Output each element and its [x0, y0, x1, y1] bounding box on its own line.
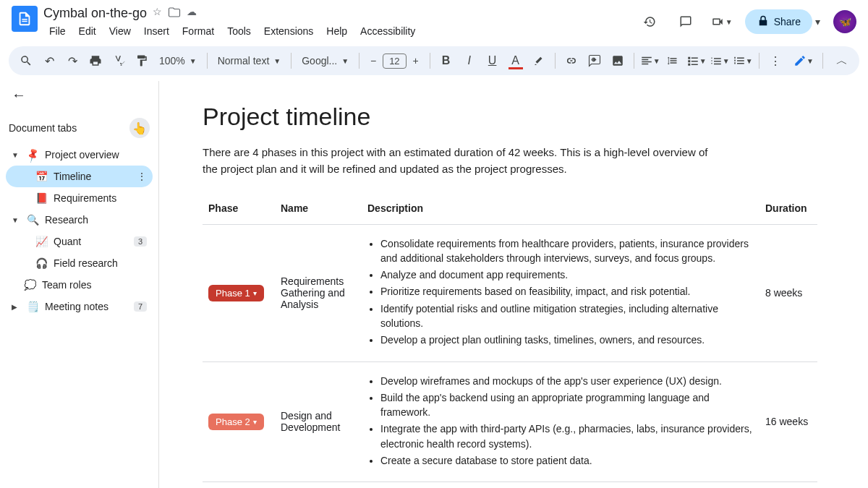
font-size-control: − 12 +: [365, 53, 423, 69]
magnifier-icon: 🔍: [26, 214, 39, 226]
phase-chip[interactable]: Phase 1 ▾: [208, 285, 264, 301]
share-dropdown[interactable]: ▾: [812, 16, 823, 27]
sidebar-item-project-overview[interactable]: ▼📌 Project overview: [6, 144, 153, 166]
row-description[interactable]: Develop wireframes and mockups of the ap…: [362, 361, 760, 482]
sidebar-header: Document tabs: [9, 122, 77, 134]
notes-icon: 🗒️: [26, 301, 39, 312]
bullet-list-icon[interactable]: ▼: [710, 51, 730, 71]
docs-logo[interactable]: [12, 6, 38, 32]
calendar-icon: 📅: [35, 171, 48, 182]
row-duration[interactable]: 16 weeks: [760, 361, 817, 482]
collapse-toolbar-icon[interactable]: ︿: [832, 51, 852, 71]
row-name[interactable]: Design and Development: [275, 361, 362, 482]
print-icon[interactable]: [85, 51, 106, 71]
document-canvas[interactable]: Project timeline There are 4 phases in t…: [159, 81, 868, 488]
bold-icon[interactable]: B: [436, 51, 456, 71]
phase-chip[interactable]: Phase 2 ▾: [208, 414, 264, 430]
font-size-decrease[interactable]: −: [365, 53, 381, 69]
star-icon[interactable]: ☆: [153, 6, 162, 21]
paint-format-icon[interactable]: [132, 51, 152, 71]
comments-icon[interactable]: [673, 9, 699, 35]
page-title[interactable]: Project timeline: [203, 103, 817, 131]
sidebar-item-field-research[interactable]: 🎧 Field research: [6, 252, 153, 274]
sidebar-item-timeline[interactable]: 📅 Timeline ⋮: [6, 166, 153, 187]
table-row[interactable]: Phase 2 ▾ Design and Development Develop…: [203, 361, 817, 482]
sidebar-item-requirements[interactable]: 📕 Requirements: [6, 187, 153, 209]
table-row[interactable]: Phase 1 ▾ Requirements Gathering and Ana…: [203, 224, 817, 361]
highlight-icon[interactable]: [529, 51, 549, 71]
more-tools-icon[interactable]: ⋮: [765, 51, 786, 71]
item-more-icon[interactable]: ⋮: [137, 171, 147, 182]
menu-help[interactable]: Help: [320, 22, 353, 40]
document-title[interactable]: Cymbal on-the-go: [43, 6, 147, 21]
headphones-icon: 🎧: [35, 257, 48, 269]
checklist-icon[interactable]: ▼: [686, 51, 707, 71]
font-size-input[interactable]: 12: [383, 53, 406, 69]
row-duration[interactable]: 8 weeks: [760, 224, 817, 361]
speech-icon: 💭: [23, 279, 36, 291]
underline-icon[interactable]: U: [482, 51, 503, 71]
book-icon: 📕: [35, 192, 48, 204]
history-icon[interactable]: [637, 9, 663, 35]
menu-view[interactable]: View: [103, 22, 137, 40]
sidebar: ← Document tabs 👆 ▼📌 Project overview 📅 …: [0, 81, 159, 488]
style-select[interactable]: Normal text ▼: [213, 55, 285, 67]
menu-accessibility[interactable]: Accessibility: [354, 22, 421, 40]
editing-mode-icon[interactable]: ▼: [793, 51, 814, 71]
undo-icon[interactable]: ↶: [39, 51, 59, 71]
redo-icon[interactable]: ↷: [62, 51, 82, 71]
sidebar-item-team-roles[interactable]: 💭 Team roles: [6, 274, 153, 296]
text-color-icon[interactable]: A: [506, 51, 526, 71]
share-button[interactable]: Share: [745, 9, 812, 34]
align-icon[interactable]: ▼: [640, 51, 660, 71]
link-icon[interactable]: [561, 51, 582, 71]
italic-icon[interactable]: I: [459, 51, 480, 71]
sidebar-item-quant[interactable]: 📈 Quant 3: [6, 231, 153, 252]
col-name: Name: [275, 195, 362, 225]
zoom-select[interactable]: 100% ▼: [155, 55, 201, 67]
spellcheck-icon[interactable]: [109, 51, 129, 71]
toolbar: ↶ ↷ 100% ▼ Normal text ▼ Googl... ▼ − 12…: [9, 46, 859, 75]
line-spacing-icon[interactable]: [663, 51, 684, 71]
col-description: Description: [362, 195, 760, 225]
menu-edit[interactable]: Edit: [73, 22, 102, 40]
row-description[interactable]: Consolidate requirements from healthcare…: [362, 224, 760, 361]
row-name[interactable]: Requirements Gathering and Analysis: [275, 224, 362, 361]
meet-icon[interactable]: ▼: [709, 9, 735, 35]
back-button[interactable]: ←: [6, 81, 153, 109]
chart-icon: 📈: [35, 236, 48, 247]
menu-file[interactable]: File: [43, 22, 72, 40]
menu-bar: File Edit View Insert Format Tools Exten…: [43, 22, 637, 40]
font-select[interactable]: Googl... ▼: [297, 55, 353, 67]
move-icon[interactable]: [168, 6, 181, 21]
add-comment-icon[interactable]: [584, 51, 605, 71]
intro-paragraph[interactable]: There are 4 phases in this project with …: [203, 144, 709, 178]
app-header: Cymbal on-the-go ☆ ☁ File Edit View Inse…: [0, 0, 868, 40]
account-avatar[interactable]: 🦋: [833, 10, 856, 33]
cloud-status-icon[interactable]: ☁: [187, 6, 197, 21]
pin-icon: 📌: [24, 147, 41, 163]
menu-tools[interactable]: Tools: [221, 22, 257, 40]
sidebar-item-research[interactable]: ▼🔍 Research: [6, 209, 153, 231]
timeline-table[interactable]: Phase Name Description Duration Phase 1 …: [203, 195, 817, 483]
add-tab-button[interactable]: 👆: [129, 118, 150, 138]
menu-insert[interactable]: Insert: [138, 22, 175, 40]
font-size-increase[interactable]: +: [408, 53, 424, 69]
search-menus-icon[interactable]: [16, 51, 36, 71]
numbered-list-icon[interactable]: ▼: [733, 51, 753, 71]
insert-image-icon[interactable]: [608, 51, 628, 71]
col-duration: Duration: [760, 195, 817, 225]
sidebar-item-meeting-notes[interactable]: ▶🗒️ Meeting notes 7: [6, 296, 153, 317]
col-phase: Phase: [203, 195, 275, 225]
menu-format[interactable]: Format: [176, 22, 220, 40]
menu-extensions[interactable]: Extensions: [258, 22, 319, 40]
